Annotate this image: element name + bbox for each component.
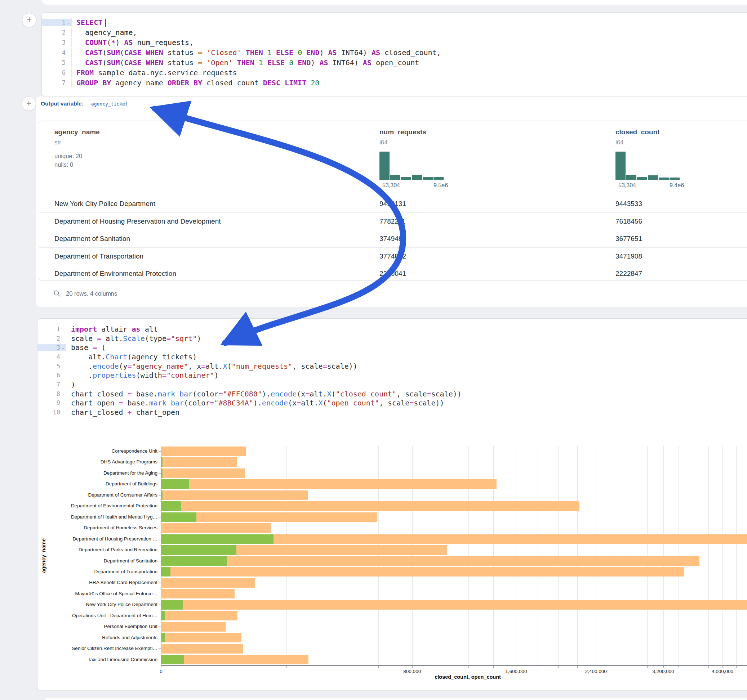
table-row[interactable]: New York City Police Department945313194… [39,195,747,213]
column-type: str [54,139,61,146]
line-number: 10 [53,409,60,416]
column-header[interactable]: closed_count [615,128,659,136]
add-cell-button-top[interactable]: + [22,13,36,27]
code-text: GROUP BY agency_name ORDER BY closed_cou… [71,78,747,87]
histogram-min-label: 53,304 [618,182,636,189]
table-row[interactable]: Department of Transportation377489234719… [39,247,747,265]
histogram-bar [412,175,422,180]
code-line[interactable]: 3⌄base = ( [38,343,747,352]
sql-code-editor[interactable]: 1⌄SELECT2 agency_name,3 COUNT(*) AS num_… [42,17,747,88]
code-line[interactable]: 5 CAST(SUM(CASE WHEN status = 'Open' THE… [42,57,747,68]
line-number: 2 [62,29,66,36]
table-cell: 2222847 [615,265,642,282]
column-meta: nulls: 0 [54,161,73,168]
column-type: i64 [380,139,388,146]
line-number: 6 [62,69,66,76]
histogram-bar [380,152,390,180]
histogram-bar [637,177,647,180]
code-text: ) [66,380,747,389]
line-number: 5 [62,59,66,66]
histogram-bar [390,175,400,180]
search-icon[interactable] [53,290,61,297]
code-text: SELECT [71,18,747,27]
table-cell: 3471908 [615,248,642,265]
code-line[interactable]: 1import altair as alt [38,324,747,334]
table-row[interactable]: Department of Sanitation37494853677651 [39,230,747,247]
table-row[interactable]: Department of Housing Preservation and D… [39,213,747,230]
table-cell: Department of Housing Preservation and D… [54,213,221,230]
previous-cell-edge [42,0,747,5]
code-line[interactable]: 1⌄SELECT [42,17,747,27]
table-body: New York City Police Department945313194… [39,195,747,282]
code-line[interactable]: 5 .encode(y="agency_name", x=alt.X("num_… [38,362,747,371]
line-number: 8 [57,390,60,398]
line-number: 3 [62,39,66,46]
code-text: FROM sample_data.nyc.service_requests [71,68,747,77]
code-text: CAST(SUM(CASE WHEN status = 'Closed' THE… [71,48,747,57]
line-number: 4 [62,49,66,56]
fold-chevron-icon[interactable]: ⌄ [66,20,71,25]
code-text: chart_open = base.mark_bar(color="#8BC34… [66,398,747,407]
code-line[interactable]: 2 agency_name, [42,27,747,38]
table-cell: Department of Environmental Protection [54,265,176,282]
line-number: 1 [62,19,66,26]
histogram-max-label: 9.4e6 [670,182,684,189]
code-line[interactable]: 2scale = alt.Scale(type="sqrt") [38,334,747,343]
output-variable-row: Output variable: agency_tickets [41,98,127,109]
code-text: base = ( [66,343,747,352]
code-line[interactable]: 9chart_open = base.mark_bar(color="#8BC3… [38,398,747,408]
code-line[interactable]: 6 .properties(width="container") [38,371,747,380]
line-number: 3 [57,344,60,351]
column-histogram [615,152,680,180]
code-text: CAST(SUM(CASE WHEN status = 'Open' THEN … [71,58,747,67]
code-line[interactable]: 4 alt.Chart(agency_tickets) [38,352,747,362]
code-line[interactable]: 7) [38,380,747,389]
histogram-bar [434,177,444,180]
histogram-bar [648,175,658,180]
code-text: chart_closed + chart_open [66,408,747,416]
column-header[interactable]: agency_name [54,128,100,136]
code-line[interactable]: 8chart_closed = base.mark_bar(color="#FF… [38,389,747,398]
table-footer: 20 rows, 4 columns [53,288,117,299]
table-cell: 7782211 [380,213,406,230]
table-cell: 3749485 [380,230,406,247]
text-cursor [105,19,106,27]
fold-chevron-icon[interactable]: ⌄ [60,345,66,350]
table-cell: Department of Transportation [54,248,144,265]
histogram-bar [423,177,433,180]
code-line[interactable]: 10chart_closed + chart_open [38,407,747,417]
dataframe-preview-table: agency_namestrunique: 20nulls: 0num_requ… [39,121,747,281]
code-line[interactable]: 6FROM sample_data.nyc.service_requests [42,68,747,78]
line-number: 7 [57,381,60,388]
line-number: 2 [57,335,60,342]
line-number: 7 [62,79,66,86]
table-cell: 3677651 [615,230,642,247]
table-cell: 9453131 [380,195,406,213]
next-cell-edge [45,697,747,700]
histogram-bar [615,152,626,180]
column-header[interactable]: num_requests [380,128,426,136]
code-line[interactable]: 3 COUNT(*) AS num_requests, [42,38,747,48]
histogram-max-label: 9.5e6 [434,182,448,189]
python-cell-card: 1import altair as alt2scale = alt.Scale(… [37,318,747,690]
table-cell: Department of Sanitation [54,230,130,247]
code-text: scale = alt.Scale(type="sqrt") [66,334,747,343]
line-number: 6 [57,372,60,379]
line-number: 1 [57,326,60,333]
histogram-bar [401,177,411,180]
code-text: import altair as alt [66,325,747,333]
histogram-bar [659,178,669,180]
code-line[interactable]: 7GROUP BY agency_name ORDER BY closed_co… [42,78,747,88]
code-line[interactable]: 4 CAST(SUM(CASE WHEN status = 'Closed' T… [42,48,747,57]
python-code-editor[interactable]: 1import altair as alt2scale = alt.Scale(… [38,324,747,417]
histogram-bar [670,178,680,180]
table-row[interactable]: Department of Environmental Protection22… [39,265,747,282]
add-cell-button-output[interactable]: + [22,97,36,111]
line-number: 4 [57,353,60,361]
output-variable-pill[interactable]: agency_tickets [88,99,127,109]
code-text: chart_closed = base.mark_bar(color="#FFC… [66,389,747,398]
notebook-viewport: 1⌄SELECT2 agency_name,3 COUNT(*) AS num_… [0,0,747,700]
line-number: 9 [57,399,60,407]
histogram-bar [626,175,637,180]
column-histogram [380,152,444,180]
